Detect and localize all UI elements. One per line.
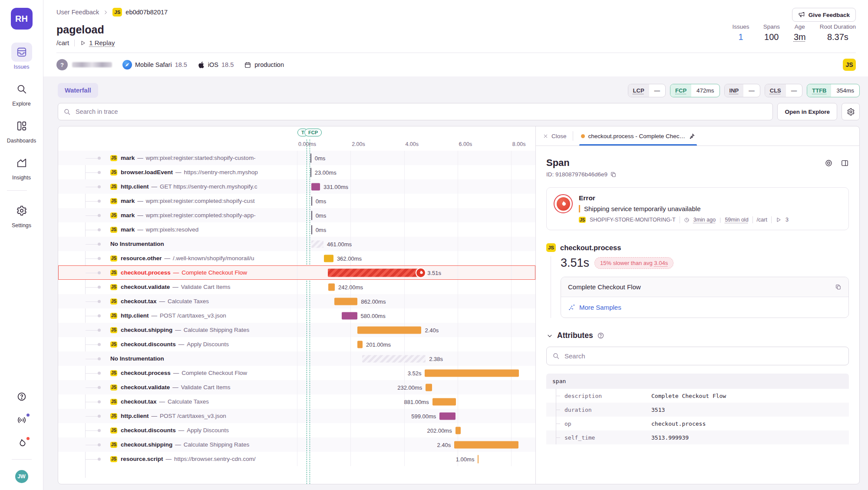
question-circle-icon[interactable] [597,332,604,339]
span-row[interactable]: JShttp.client—GET https://sentry-merch.m… [58,179,535,194]
breadcrumb-parent[interactable]: User Feedback [56,9,99,16]
stat-label: Issues [733,23,749,30]
span-row[interactable]: JScheckout.tax—Calculate Taxes881.00ms [58,394,535,409]
span-bar[interactable] [425,369,519,377]
span-row[interactable]: JScheckout.discounts—Apply Discounts202.… [58,423,535,437]
pin-icon[interactable] [689,133,695,139]
attribute-key: self_time [564,434,651,441]
focus-icon[interactable] [825,159,833,167]
span-bar[interactable] [311,183,320,190]
copy-icon[interactable] [610,171,617,178]
sidebar-item-dashboards[interactable]: Dashboards [7,116,36,144]
span-row[interactable]: JScheckout.discounts—Apply Discounts201.… [58,337,535,351]
js-platform-icon: JS [112,8,122,17]
span-bar[interactable] [324,255,333,262]
details-active-tab[interactable]: checkout.process - Complete Chec… [579,126,697,146]
vital-cls[interactable]: CLS— [765,84,803,97]
span-bar[interactable] [342,312,357,319]
span-row[interactable]: JScheckout.validate—Validate Cart Items2… [58,280,535,294]
attribute-row[interactable]: opcheckout.process [546,417,849,430]
span-row[interactable]: JScheckout.tax—Calculate Taxes862.00ms [58,294,535,308]
user-avatar[interactable]: JW [15,470,28,483]
trace-settings-button[interactable] [842,103,860,120]
span-row[interactable]: JSmark—wpm:pixel:register:completed:shop… [58,194,535,208]
marker-pill-fcp[interactable]: FCP [304,129,322,136]
sidebar-item-explore[interactable]: Explore [7,79,36,107]
stat-age[interactable]: Age3m [794,23,806,46]
sidebar-item-settings[interactable]: Settings [7,201,36,228]
span-row-name: JSbrowser.loadEvent—https://sentry-merch… [58,165,297,179]
attribute-row[interactable]: descriptionComplete Checkout Flow [546,389,849,403]
span-row-name: JSmark—wpm:pixel:register:completed:shop… [58,208,297,222]
span-row[interactable]: JScheckout.process—Complete Checkout Flo… [58,265,535,280]
span-bar[interactable] [357,341,363,348]
span-bar-tick[interactable] [311,211,312,220]
span-bar[interactable] [455,427,461,434]
more-samples-link[interactable]: More Samples [561,297,848,318]
tab-waterfall[interactable]: Waterfall [58,83,98,98]
browser-meta: Mobile Safari 18.5 [122,60,187,70]
error-age[interactable]: 3min ago [693,217,716,223]
span-bar-tick[interactable] [310,153,311,162]
layout-columns-icon[interactable] [841,159,849,167]
copy-icon[interactable] [835,284,842,290]
span-bar[interactable] [432,398,456,405]
chevron-down-icon[interactable] [546,332,553,339]
span-bar[interactable] [328,283,335,291]
error-old[interactable]: 59min old [725,217,748,223]
span-bar-tick[interactable] [311,196,312,205]
span-bar[interactable] [439,412,455,420]
span-row[interactable]: JScheckout.shipping—Calculate Shipping R… [58,323,535,337]
span-row[interactable]: JSmark—wpm:pixel:register:completed:shop… [58,208,535,222]
attribute-row[interactable]: self_time3513.999939 [546,430,849,444]
sidebar-item-issues[interactable]: Issues [7,43,36,70]
close-details-button[interactable]: Close [543,133,567,139]
span-row[interactable]: JSresource.script—https://browser.sentry… [58,452,535,466]
span-row[interactable]: No Instrumentation461.00ms [58,237,535,251]
onboarding-button[interactable] [17,438,27,449]
settings-icon [16,205,27,216]
span-bar[interactable] [362,355,426,362]
span-row[interactable]: JShttp.client—POST /cart/taxes_v3.json59… [58,409,535,423]
vital-fcp[interactable]: FCP472ms [670,84,720,97]
give-feedback-button[interactable]: Give Feedback [792,8,856,22]
open-in-explore-button[interactable]: Open in Explore [777,103,837,120]
vital-lcp[interactable]: LCP— [628,84,666,97]
span-bar-tick[interactable] [311,225,312,234]
span-row[interactable]: JSbrowser.loadEvent—https://sentry-merch… [58,165,535,179]
span-row[interactable]: JScheckout.shipping—Calculate Shipping R… [58,437,535,452]
span-bar-tick[interactable] [310,168,311,177]
span-bar[interactable] [357,326,422,334]
span-bar-tick[interactable] [478,455,479,463]
replay-link[interactable]: 1 Replay [80,39,115,46]
span-row[interactable]: JScheckout.process—Complete Checkout Flo… [58,366,535,380]
sidebar-item-insights[interactable]: Insights [7,153,36,181]
error-replay-count[interactable]: 3 [785,217,789,223]
span-row-timeline: 2.40s [297,437,535,452]
js-platform-icon: JS [579,217,586,223]
span-bar[interactable] [426,384,432,391]
span-bar[interactable] [311,240,323,248]
vital-inp[interactable]: INP— [724,84,760,97]
help-button[interactable] [17,391,27,402]
span-row-name: JScheckout.tax—Calculate Taxes [58,294,297,308]
attributes-search-input[interactable] [564,352,843,360]
span-bar[interactable] [328,268,422,277]
org-logo[interactable]: RH [11,8,33,30]
span-bar[interactable] [454,441,518,448]
whats-new-button[interactable] [17,415,27,425]
apple-icon [198,61,205,69]
span-row[interactable]: JSmark—wpm:pixels:resolved0ms [58,222,535,237]
attribute-row[interactable]: duration3513 [546,403,849,417]
span-row[interactable]: JSresource.other—/.well-known/shopify/mo… [58,251,535,265]
span-bar[interactable] [334,298,357,305]
error-card[interactable]: Error Shipping service temporarily unava… [546,187,849,230]
span-row[interactable]: JScheckout.validate—Validate Cart Items2… [58,380,535,394]
divider [752,216,753,223]
stat-issues[interactable]: Issues1 [733,23,749,46]
trace-search-input[interactable] [75,108,767,116]
span-row[interactable]: JShttp.client—POST /cart/taxes_v3.json58… [58,308,535,323]
span-row[interactable]: No Instrumentation2.38s [58,351,535,366]
vital-ttfb[interactable]: TTFB354ms [807,84,860,97]
span-row[interactable]: JSmark—wpm:pixel:register:started:shopif… [58,151,535,165]
